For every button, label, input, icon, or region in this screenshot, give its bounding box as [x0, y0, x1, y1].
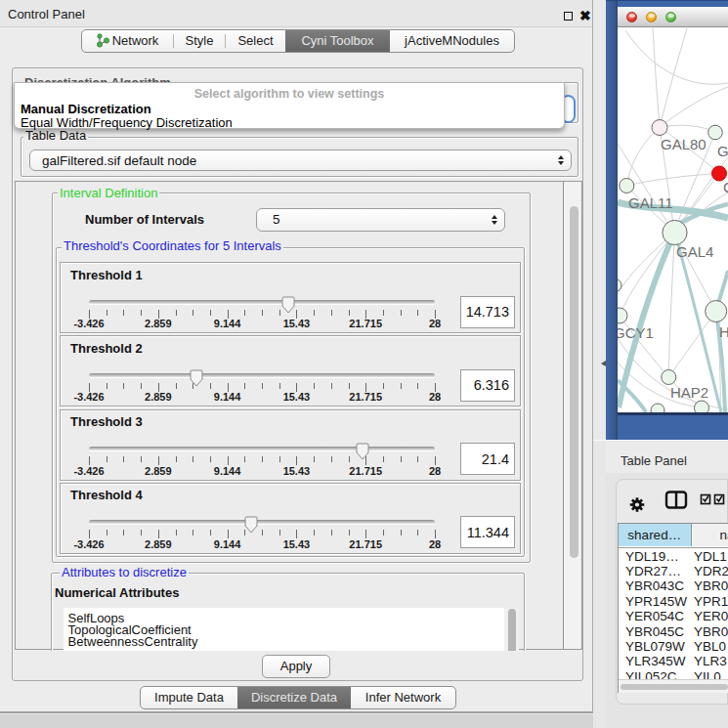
svg-text:HAP2: HAP2	[670, 384, 708, 401]
svg-text:GAL4: GAL4	[676, 243, 713, 260]
svg-text:GAL11: GAL11	[628, 194, 673, 211]
svg-text:GA: GA	[717, 143, 728, 159]
svg-text:GAL80: GAL80	[661, 136, 707, 152]
svg-text:GCY1: GCY1	[618, 324, 654, 341]
svg-text:HA: HA	[719, 323, 728, 340]
svg-text:C: C	[723, 179, 728, 195]
